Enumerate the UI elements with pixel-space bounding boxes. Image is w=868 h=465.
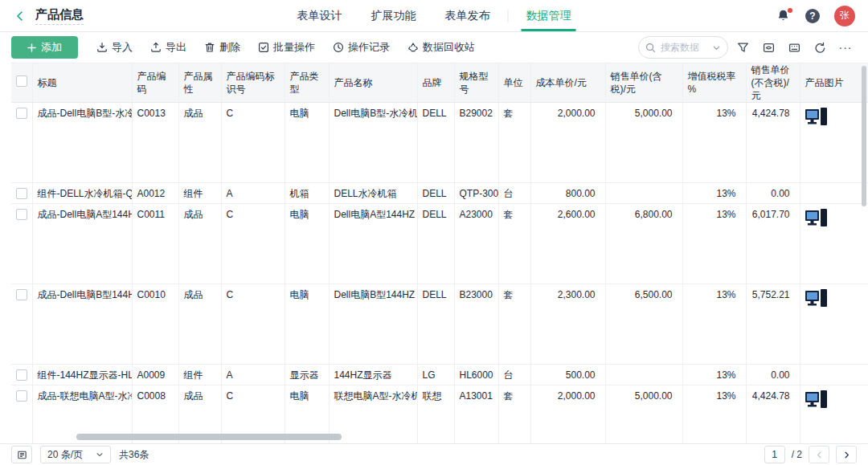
display-fields-button[interactable] bbox=[757, 36, 780, 59]
column-header-brand[interactable]: 品牌 bbox=[417, 63, 454, 103]
product-image-thumb[interactable] bbox=[805, 289, 829, 312]
cell-product-image bbox=[800, 385, 868, 444]
back-button[interactable] bbox=[13, 9, 27, 23]
table-row[interactable]: 组件-144HZ显示器-HL6000 A0009 组件 A 显示器 144HZ显… bbox=[11, 365, 868, 385]
tab-extensions[interactable]: 扩展功能 bbox=[357, 0, 431, 31]
cell-brand: DELL bbox=[417, 183, 454, 204]
refresh-button[interactable] bbox=[809, 36, 831, 59]
cell-price-without-tax: 6,017.70 bbox=[746, 204, 800, 284]
cell-product-attribute: 组件 bbox=[178, 183, 221, 204]
cell-cost-price: 2,000.00 bbox=[530, 385, 605, 444]
vertical-scrollbar-thumb[interactable] bbox=[862, 66, 866, 206]
cell-brand: DELL bbox=[417, 284, 454, 365]
cell-unit: 套 bbox=[498, 204, 530, 284]
cell-price-with-tax bbox=[605, 365, 682, 385]
cell-price-with-tax: 5,000.00 bbox=[605, 103, 682, 183]
cell-product-image bbox=[800, 204, 868, 284]
table-row[interactable]: 组件-DELL水冷机箱-QTP-3... A0012 组件 A 机箱 DELL水… bbox=[11, 183, 868, 204]
cell-vat-rate: 13% bbox=[682, 385, 746, 444]
column-header-product-name[interactable]: 产品名称 bbox=[329, 63, 417, 103]
tab-form-design[interactable]: 表单设计 bbox=[283, 0, 357, 31]
row-checkbox[interactable] bbox=[16, 108, 27, 119]
search-icon bbox=[645, 43, 656, 53]
row-checkbox[interactable] bbox=[16, 390, 27, 402]
export-button[interactable]: 导出 bbox=[143, 36, 194, 59]
page-size-select[interactable]: 20 条/页 bbox=[40, 446, 111, 463]
row-checkbox[interactable] bbox=[16, 188, 27, 199]
filter-button[interactable] bbox=[731, 36, 754, 59]
cell-spec-model: B29002 bbox=[454, 103, 498, 183]
cell-price-without-tax: 4,424.78 bbox=[746, 103, 800, 183]
list-settings-icon bbox=[17, 450, 27, 460]
column-header-product-type[interactable]: 产品类型 bbox=[285, 63, 329, 103]
tab-data-management[interactable]: 数据管理 bbox=[512, 0, 586, 31]
help-button[interactable]: ? bbox=[805, 9, 820, 23]
notifications-button[interactable] bbox=[776, 9, 791, 23]
cell-cost-price: 2,300.00 bbox=[530, 284, 605, 365]
row-checkbox[interactable] bbox=[16, 369, 27, 381]
column-header-price-with-tax[interactable]: 销售单价(含税)/元 bbox=[605, 63, 682, 103]
select-all-checkbox[interactable] bbox=[16, 75, 27, 87]
product-image-thumb[interactable] bbox=[805, 390, 829, 413]
page-number-input[interactable] bbox=[764, 446, 785, 463]
table-row[interactable]: 成品-Dell电脑B型144HZ-B... C0010 成品 C 电脑 Dell… bbox=[11, 284, 868, 365]
table-view-button[interactable] bbox=[783, 36, 805, 59]
row-checkbox[interactable] bbox=[16, 209, 27, 220]
product-image-thumb[interactable] bbox=[805, 108, 829, 130]
batch-operations-button[interactable]: 批量操作 bbox=[251, 36, 322, 59]
cell-code-id: C bbox=[221, 284, 285, 365]
column-header-cost-price[interactable]: 成本单价/元 bbox=[530, 63, 605, 103]
column-header-product-code[interactable]: 产品编码 bbox=[132, 63, 178, 103]
table-header-row: 标题 产品编码 产品属性 产品编码标识号 产品类型 产品名称 品牌 规格型号 单… bbox=[11, 63, 868, 103]
cell-product-name: 144HZ显示器 bbox=[329, 365, 417, 385]
computer-image-icon bbox=[805, 108, 829, 128]
tab-form-publish[interactable]: 表单发布 bbox=[431, 0, 505, 31]
row-checkbox[interactable] bbox=[16, 289, 27, 300]
column-header-vat-rate[interactable]: 增值税税率 % bbox=[682, 63, 746, 103]
product-image-thumb[interactable] bbox=[805, 209, 829, 231]
recycle-icon bbox=[407, 42, 419, 53]
more-button[interactable]: ··· bbox=[834, 36, 857, 59]
column-header-unit[interactable]: 单位 bbox=[498, 63, 530, 103]
delete-button[interactable]: 删除 bbox=[197, 36, 248, 59]
chevron-down-icon[interactable] bbox=[712, 43, 721, 52]
column-header-code-id[interactable]: 产品编码标识号 bbox=[221, 63, 285, 103]
cell-title: 成品-Dell电脑B型144HZ-B... bbox=[32, 284, 132, 365]
column-header-product-image[interactable]: 产品图片 bbox=[800, 63, 868, 103]
cell-vat-rate: 13% bbox=[682, 103, 746, 183]
trash-icon bbox=[204, 42, 215, 53]
funnel-icon bbox=[737, 42, 749, 54]
chevron-left-icon bbox=[815, 451, 824, 459]
avatar[interactable]: 张 bbox=[834, 6, 855, 27]
horizontal-scrollbar-thumb[interactable] bbox=[76, 434, 342, 440]
table-row[interactable]: 成品-Dell电脑A型144HZ-A... C0011 成品 C 电脑 Dell… bbox=[11, 204, 868, 284]
next-page-button[interactable] bbox=[836, 446, 857, 463]
column-header-spec-model[interactable]: 规格型号 bbox=[454, 63, 498, 103]
cell-code-id: C bbox=[221, 103, 285, 183]
column-header-product-attribute[interactable]: 产品属性 bbox=[178, 63, 221, 103]
cell-code-id: C bbox=[221, 204, 285, 284]
data-table: 标题 产品编码 产品属性 产品编码标识号 产品类型 产品名称 品牌 规格型号 单… bbox=[11, 63, 868, 443]
tab-divider bbox=[508, 10, 509, 22]
page-title[interactable]: 产品信息 bbox=[35, 7, 84, 25]
cell-unit: 套 bbox=[498, 385, 530, 444]
cell-product-type: 电脑 bbox=[285, 103, 329, 183]
search-input[interactable] bbox=[661, 42, 707, 53]
previous-page-button[interactable] bbox=[809, 446, 829, 463]
column-header-price-without-tax[interactable]: 销售单价(不含税)/元 bbox=[746, 63, 800, 103]
computer-image-icon bbox=[805, 209, 829, 229]
cell-vat-rate: 13% bbox=[682, 204, 746, 284]
cell-spec-model: HL6000 bbox=[454, 365, 498, 385]
cell-cost-price: 800.00 bbox=[530, 183, 605, 204]
row-display-button[interactable] bbox=[11, 446, 32, 463]
cell-brand: DELL bbox=[417, 204, 454, 284]
cell-price-without-tax: 5,752.21 bbox=[746, 284, 800, 365]
operation-log-button[interactable]: 操作记录 bbox=[326, 36, 397, 59]
add-button[interactable]: 添加 bbox=[11, 36, 78, 59]
column-header-title[interactable]: 标题 bbox=[32, 63, 132, 103]
top-bar: 产品信息 表单设计 扩展功能 表单发布 数据管理 ? 张 bbox=[0, 0, 868, 32]
cell-brand: DELL bbox=[417, 103, 454, 183]
table-row[interactable]: 成品-Dell电脑B型-水冷机... C0013 成品 C 电脑 Dell电脑B… bbox=[11, 103, 868, 183]
recycle-bin-button[interactable]: 数据回收站 bbox=[400, 36, 482, 59]
import-button[interactable]: 导入 bbox=[89, 36, 140, 59]
